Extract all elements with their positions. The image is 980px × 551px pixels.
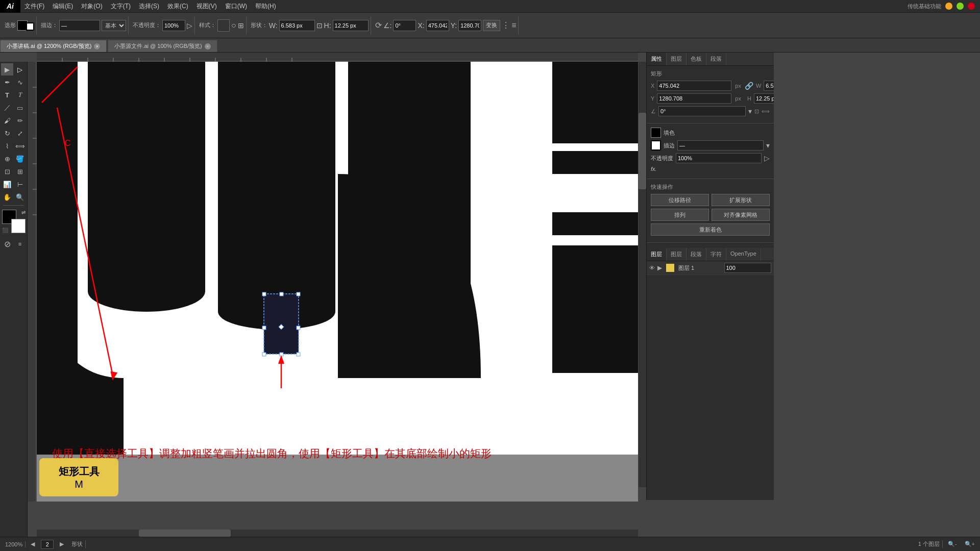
- direct-selection-tool[interactable]: ▷: [14, 63, 26, 76]
- layer-expand-icon[interactable]: ▶: [657, 264, 662, 271]
- menu-text[interactable]: 文字(T): [107, 0, 135, 13]
- transform-button[interactable]: 变换: [483, 20, 500, 31]
- layer-visibility-icon[interactable]: 👁: [649, 265, 655, 271]
- stroke-color-swatch[interactable]: [651, 140, 661, 151]
- h-scrollbar[interactable]: [37, 529, 638, 537]
- constrain-icon[interactable]: ⊡: [316, 21, 323, 30]
- stroke-swatch[interactable]: [26, 22, 34, 31]
- opacity-expand-icon[interactable]: ▷: [187, 21, 192, 30]
- menu-view[interactable]: 视图(V): [192, 0, 221, 13]
- next-page-icon[interactable]: ▶: [57, 541, 66, 547]
- layers-tab-0[interactable]: 图层: [647, 248, 667, 261]
- panel-tab-properties[interactable]: 属性: [647, 53, 667, 65]
- live-paint-tool[interactable]: 🪣: [14, 153, 26, 165]
- fill-none[interactable]: ⊘: [1, 238, 13, 250]
- menu-window[interactable]: 窗口(W): [221, 0, 251, 13]
- selection-tool[interactable]: ▶: [1, 63, 13, 76]
- angle-input-panel[interactable]: [658, 106, 746, 116]
- tab-close-0[interactable]: ×: [94, 43, 100, 49]
- h-coord-input[interactable]: [754, 93, 774, 104]
- chart-tool[interactable]: 📊: [1, 178, 13, 190]
- mesh-tool[interactable]: ⊞: [14, 165, 26, 178]
- menu-effect[interactable]: 效果(C): [163, 0, 192, 13]
- h-scrollbar-thumb[interactable]: [139, 530, 231, 537]
- background-color[interactable]: [11, 219, 26, 233]
- v-scrollbar[interactable]: [638, 62, 646, 487]
- align-pixel-button[interactable]: 对齐像素网格: [712, 209, 770, 221]
- reset-colors-icon[interactable]: ⬛: [2, 228, 8, 233]
- layers-tab-3[interactable]: 字符: [706, 248, 726, 261]
- constraint-icon[interactable]: ⊡: [754, 108, 759, 115]
- opacity-input-panel[interactable]: [676, 153, 762, 163]
- menu-select[interactable]: 选择(S): [135, 0, 163, 13]
- stroke-width-input[interactable]: [677, 140, 764, 151]
- maximize-button[interactable]: [957, 3, 964, 10]
- menu-file[interactable]: 文件(F): [20, 0, 48, 13]
- paintbrush-tool[interactable]: 🖌: [1, 114, 13, 127]
- close-button[interactable]: [968, 3, 975, 10]
- opacity-options-icon[interactable]: ▷: [764, 154, 770, 162]
- opacity-input[interactable]: [162, 20, 185, 31]
- panel-tab-swatches[interactable]: 色板: [687, 53, 706, 65]
- zoom-in-icon[interactable]: 🔍+: [962, 541, 977, 547]
- zoom-tool[interactable]: 🔍: [14, 191, 26, 203]
- x-coord-input[interactable]: [657, 81, 731, 91]
- prev-page-icon[interactable]: ◀: [28, 541, 37, 547]
- shape-builder-tool[interactable]: ⊕: [1, 153, 13, 165]
- width-tool[interactable]: ⟺: [14, 140, 26, 152]
- v-scrollbar-thumb[interactable]: [639, 113, 646, 189]
- swap-colors-icon[interactable]: ⇌: [21, 210, 26, 215]
- menu-object[interactable]: 对象(O): [77, 0, 106, 13]
- pen-tool[interactable]: ✒: [1, 76, 13, 88]
- pencil-tool[interactable]: ✏: [14, 114, 26, 127]
- zoom-select[interactable]: 1200%: [3, 541, 26, 547]
- stroke-options-icon[interactable]: ▾: [766, 141, 770, 149]
- scale-tool[interactable]: ⤢: [14, 127, 26, 139]
- layers-tab-1[interactable]: 图层: [667, 248, 687, 261]
- zoom-out-icon[interactable]: 🔍-: [945, 541, 960, 547]
- panel-tab-paragraph[interactable]: 段落: [706, 53, 726, 65]
- touch-type-tool[interactable]: 𝑇: [14, 89, 26, 101]
- offset-path-button[interactable]: 位移路径: [651, 194, 709, 206]
- tab-0[interactable]: 小墨讲稿.ai @ 1200% (RGB/预览) ×: [0, 40, 107, 52]
- curvature-tool[interactable]: ∿: [14, 76, 26, 88]
- rotate-tool[interactable]: ↻: [1, 127, 13, 139]
- page-input[interactable]: [41, 540, 54, 549]
- angle-dropdown-icon[interactable]: ▾: [748, 107, 752, 115]
- style-grid-icon[interactable]: ⊞: [238, 21, 244, 30]
- y-coord-input[interactable]: [657, 93, 731, 104]
- layer-name[interactable]: 图层 1: [678, 264, 722, 272]
- menu-edit[interactable]: 编辑(E): [48, 0, 77, 13]
- fill-color-swatch[interactable]: [651, 128, 661, 138]
- w-coord-input[interactable]: [764, 81, 774, 91]
- line-tool[interactable]: ／: [1, 102, 13, 114]
- shape-h-input[interactable]: [333, 20, 369, 31]
- color-mode[interactable]: ≡: [14, 238, 26, 250]
- perspective-tool[interactable]: ⊡: [1, 165, 13, 178]
- link-icon[interactable]: 🔗: [745, 82, 753, 90]
- transform-options-icon[interactable]: ⋮: [502, 20, 510, 30]
- menu-help[interactable]: 帮助(H): [251, 0, 280, 13]
- style-circle-icon[interactable]: ○: [231, 21, 236, 30]
- fx-label[interactable]: fx.: [651, 166, 657, 172]
- x-input[interactable]: [426, 20, 449, 31]
- style-swatch[interactable]: [217, 19, 230, 32]
- flip-icon[interactable]: ⟺: [762, 108, 770, 115]
- arrange-button[interactable]: 排列: [651, 209, 709, 221]
- y-input[interactable]: [458, 20, 481, 31]
- warp-tool[interactable]: ⌇: [1, 140, 13, 152]
- stroke-input[interactable]: [59, 20, 100, 31]
- shape-w-input[interactable]: [279, 20, 315, 31]
- transform-icon[interactable]: ⟳: [375, 20, 382, 30]
- transform-expand-icon[interactable]: ≡: [511, 21, 516, 30]
- minimize-button[interactable]: [945, 3, 952, 10]
- recolor-button[interactable]: 重新着色: [651, 223, 770, 236]
- expand-shape-button[interactable]: 扩展形状: [712, 194, 770, 206]
- tab-1[interactable]: 小墨源文件.ai @ 100% (RGB/预览) ×: [108, 40, 217, 52]
- layers-tab-2[interactable]: 段落: [687, 248, 706, 261]
- slice-tool[interactable]: ⊢: [14, 178, 26, 190]
- layer-opacity-input[interactable]: [724, 263, 772, 273]
- angle-input[interactable]: [393, 20, 416, 31]
- stroke-style-select[interactable]: 基本: [102, 20, 126, 31]
- rect-tool[interactable]: ▭: [14, 102, 26, 114]
